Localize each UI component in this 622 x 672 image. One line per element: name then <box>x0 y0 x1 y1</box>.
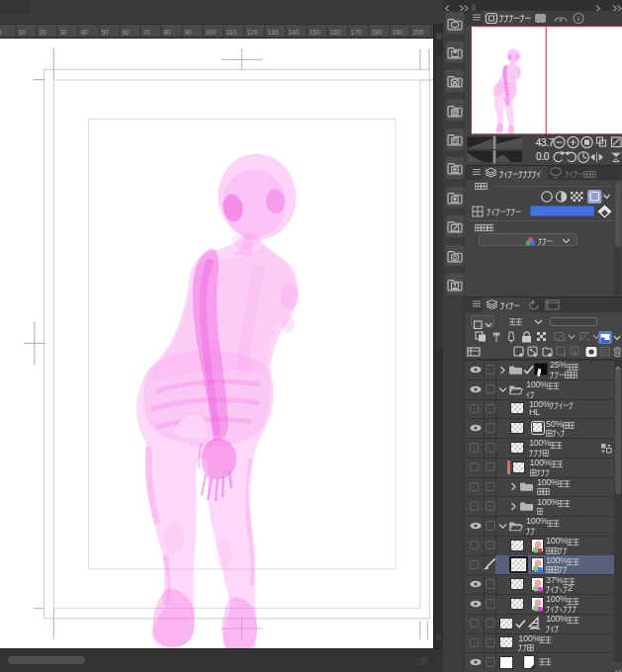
svg-text:140: 140 <box>289 29 300 36</box>
svg-text:70: 70 <box>143 29 151 36</box>
svg-text:110: 110 <box>226 29 237 36</box>
svg-text:10: 10 <box>19 29 27 36</box>
svg-text:90: 90 <box>185 29 193 36</box>
svg-text:0: 0 <box>0 29 2 36</box>
svg-text:170: 170 <box>351 29 362 36</box>
svg-text:180: 180 <box>372 29 383 36</box>
svg-text:150: 150 <box>310 29 320 36</box>
svg-text:120: 120 <box>247 29 258 36</box>
svg-text:160: 160 <box>330 29 341 36</box>
svg-text:200: 200 <box>413 29 424 36</box>
svg-text:30: 30 <box>60 29 68 36</box>
svg-text:100: 100 <box>206 29 217 36</box>
svg-text:50: 50 <box>102 29 110 36</box>
svg-text:130: 130 <box>268 29 279 36</box>
svg-text:60: 60 <box>123 29 131 36</box>
svg-text:190: 190 <box>393 29 403 36</box>
svg-text:40: 40 <box>81 29 89 36</box>
svg-text:80: 80 <box>164 29 172 36</box>
svg-text:20: 20 <box>40 29 47 36</box>
